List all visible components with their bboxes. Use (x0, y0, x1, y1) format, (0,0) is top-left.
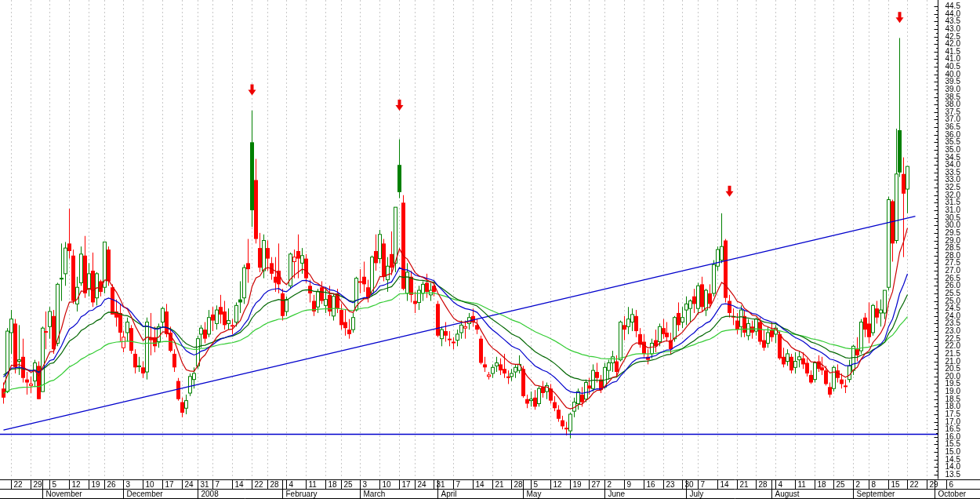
vix-candlestick-chart: ^VIX (32.4000, 33.9300, 30.8100, 33.9100… (0, 0, 980, 499)
price-chart-canvas[interactable] (0, 0, 980, 499)
